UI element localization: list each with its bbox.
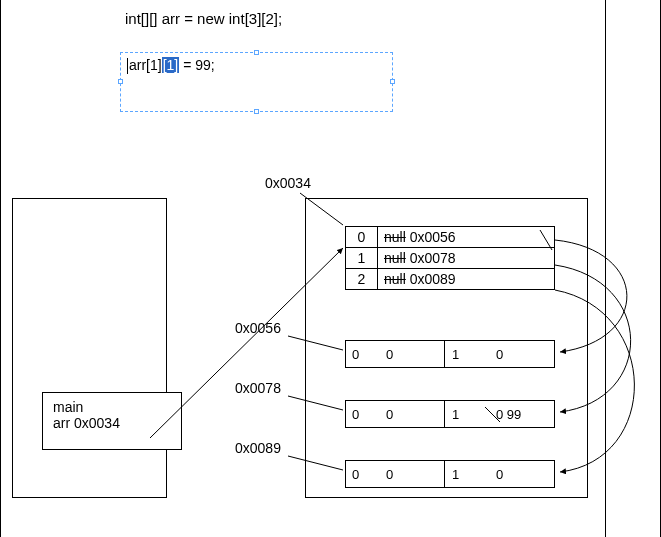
addr-sub-2: 0x0089 [235,440,281,456]
cell-separator [444,341,445,367]
table-row: 0 null 0x0056 [346,227,555,248]
outer-idx-0: 0 [346,227,378,248]
frame-left-line [0,0,1,537]
code-assign-suffix: = 99; [179,57,214,73]
sub2-val0: 0 [386,461,393,487]
outer-val-2: null 0x0089 [378,269,555,290]
sub2-idx0: 0 [352,461,359,487]
outer-idx-2: 2 [346,269,378,290]
resize-handle-e[interactable] [390,79,395,84]
resize-handle-s[interactable] [254,109,259,114]
outer-old-2: null [384,271,406,287]
table-row: 2 null 0x0089 [346,269,555,290]
code-declaration: int[][] arr = new int[3][2]; [125,10,282,27]
addr-outer: 0x0034 [265,175,311,191]
sub1-idx1: 1 [452,401,459,427]
sub2-val1: 0 [496,461,503,487]
cell-separator [444,461,445,487]
sub0-idx1: 1 [452,341,459,367]
outer-old-0: null [384,229,406,245]
outer-idx-1: 1 [346,248,378,269]
outer-new-1: 0x0078 [410,250,456,266]
outer-val-1: null 0x0078 [378,248,555,269]
code-edit-box[interactable]: arr[1][1] = 99; [120,52,393,112]
sub-array-0: 0 0 1 0 [345,340,555,368]
code-assign-prefix: arr[1] [129,57,162,73]
var-value: 0x0034 [74,415,120,431]
addr-sub-0: 0x0056 [235,320,281,336]
var-name: arr [53,415,70,431]
text-caret [127,58,128,74]
sub-array-1: 0 0 1 0 99 [345,400,555,428]
sub1-val1: 0 99 [496,401,521,427]
sub-array-2: 0 0 1 0 [345,460,555,488]
resize-handle-w[interactable] [118,79,123,84]
stack-frame-main: main arr 0x0034 [42,392,182,450]
outer-new-2: 0x0089 [410,271,456,287]
frame-right-line-1 [605,0,606,537]
outer-val-0: null 0x0056 [378,227,555,248]
outer-new-0: 0x0056 [410,229,456,245]
table-row: 1 null 0x0078 [346,248,555,269]
code-assign-selection[interactable]: [1] [162,57,180,73]
cell-separator [444,401,445,427]
addr-sub-1: 0x0078 [235,380,281,396]
sub1-val0: 0 [386,401,393,427]
outer-old-1: null [384,250,406,266]
stack-region [12,198,167,498]
sub2-idx1: 1 [452,461,459,487]
sub0-val0: 0 [386,341,393,367]
sub1-idx0: 0 [352,401,359,427]
sub0-val1: 0 [496,341,503,367]
outer-array-table: 0 null 0x0056 1 null 0x0078 2 null 0x008… [345,226,555,290]
resize-handle-n[interactable] [254,50,259,55]
frame-label: main [53,399,171,415]
sub0-idx0: 0 [352,341,359,367]
